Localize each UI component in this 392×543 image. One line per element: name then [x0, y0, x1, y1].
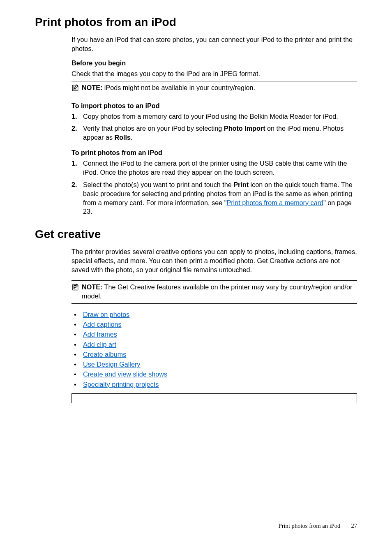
toc-item-add-frames: Add frames: [71, 329, 357, 339]
toc-link-use-design-gallery[interactable]: Use Design Gallery: [83, 360, 140, 368]
note-2-text: NOTE: The Get Creative features availabl…: [82, 283, 357, 301]
subhead-print-photos: To print photos from an iPod: [71, 149, 357, 157]
toc-link-specialty-printing[interactable]: Specialty printing projects: [83, 381, 159, 388]
toc-link-create-slide-shows[interactable]: Create and view slide shows: [83, 370, 167, 378]
toc-link-draw-on-photos[interactable]: Draw on photos: [83, 311, 129, 318]
toc-item-create-albums: Create albums: [71, 349, 357, 359]
subhead-import-photos: To import photos to an iPod: [71, 102, 357, 110]
toc-link-add-captions[interactable]: Add captions: [83, 321, 122, 328]
page-content: Print photos from an iPod If you have an…: [0, 0, 392, 415]
print-step-2: Select the photo(s) you want to print an…: [71, 180, 357, 216]
list-print-steps: Connect the iPod to the camera port of t…: [71, 159, 357, 216]
import-step-1: Copy photos from a memory card to your i…: [71, 112, 357, 121]
section-get-creative: The printer provides several creative op…: [71, 247, 357, 403]
section-ipod: If you have an iPod that can store photo…: [71, 35, 357, 216]
heading-get-creative: Get creative: [35, 228, 357, 241]
note-icon: [71, 283, 79, 293]
toc-link-add-frames[interactable]: Add frames: [83, 330, 117, 338]
toc-item-use-design-gallery: Use Design Gallery: [71, 359, 357, 369]
intro-paragraph-1: If you have an iPod that can store photo…: [71, 35, 357, 53]
toc-item-add-clip-art: Add clip art: [71, 340, 357, 349]
toc-link-create-albums[interactable]: Create albums: [83, 351, 126, 358]
subhead-before-you-begin: Before you begin: [71, 59, 357, 67]
toc-item-add-captions: Add captions: [71, 319, 357, 329]
link-print-photos-from-memory-card[interactable]: Print photos from a memory card: [226, 199, 323, 206]
list-import-steps: Copy photos from a memory card to your i…: [71, 112, 357, 143]
heading-print-from-ipod: Print photos from an iPod: [35, 16, 357, 29]
before-you-begin-text: Check that the images you copy to the iP…: [71, 69, 357, 79]
toc-item-draw-on-photos: Draw on photos: [71, 310, 357, 319]
toc-link-add-clip-art[interactable]: Add clip art: [83, 341, 116, 348]
note-block-2: NOTE: The Get Creative features availabl…: [71, 280, 357, 304]
toc-list: Draw on photos Add captions Add frames A…: [71, 310, 357, 389]
note-block-1: NOTE: iPods might not be available in yo…: [71, 81, 357, 96]
intro-paragraph-2: The printer provides several creative op…: [71, 247, 357, 275]
toc-item-create-slide-shows: Create and view slide shows: [71, 369, 357, 379]
import-step-2: Verify that photos are on your iPod by s…: [71, 124, 357, 142]
print-step-1: Connect the iPod to the camera port of t…: [71, 159, 357, 177]
toc-item-specialty-printing: Specialty printing projects: [71, 379, 357, 389]
note-icon: [71, 83, 79, 93]
note-1-text: NOTE: iPods might not be available in yo…: [82, 83, 255, 92]
empty-box: [71, 393, 357, 403]
